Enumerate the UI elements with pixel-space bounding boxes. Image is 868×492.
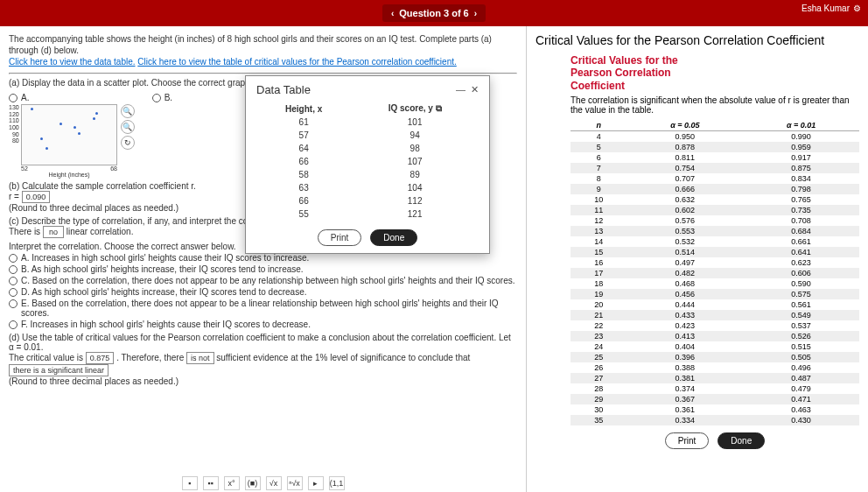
next-question-button[interactable]: › bbox=[474, 9, 477, 18]
tool-sqrt[interactable]: √x bbox=[266, 476, 282, 490]
cell-y: 107 bbox=[351, 155, 479, 168]
option-a-row[interactable]: A. bbox=[9, 93, 135, 102]
table-row: 140.5320.661 bbox=[570, 236, 859, 247]
cell-x: 61 bbox=[256, 116, 351, 129]
magnify-icon[interactable]: 🔍 bbox=[121, 104, 135, 118]
r-value-input[interactable]: 0.090 bbox=[22, 191, 51, 203]
cell-01: 0.505 bbox=[743, 352, 859, 362]
interp-opt-a[interactable]: A. Increases in high school girls' heigh… bbox=[9, 253, 517, 263]
radio-c-c[interactable] bbox=[9, 277, 18, 285]
interp-opt-b[interactable]: B. As high school girls' heights increas… bbox=[9, 264, 517, 274]
question-label: Question 3 of 6 bbox=[399, 8, 468, 18]
cell-x: 64 bbox=[256, 142, 351, 155]
cell-05: 0.497 bbox=[626, 257, 743, 268]
tool-exponent[interactable]: x° bbox=[224, 476, 240, 490]
cell-05: 0.396 bbox=[626, 352, 743, 362]
cell-n: 8 bbox=[570, 173, 626, 184]
cell-x: 55 bbox=[256, 207, 351, 221]
radio-c-d[interactable] bbox=[9, 288, 18, 297]
table-row: 55121 bbox=[256, 207, 479, 221]
reset-icon[interactable]: ↻ bbox=[121, 136, 135, 150]
cell-05: 0.334 bbox=[626, 415, 743, 425]
option-b-row[interactable]: B. bbox=[152, 93, 172, 102]
radio-c-a[interactable] bbox=[9, 254, 18, 263]
tool-nth-root[interactable]: ⁿ√x bbox=[287, 476, 303, 490]
view-critical-values-link[interactable]: Click here to view the table of critical… bbox=[137, 57, 456, 67]
copy-icon[interactable]: ⧉ bbox=[436, 103, 442, 113]
radio-c-f[interactable] bbox=[9, 320, 18, 329]
cell-x: 63 bbox=[256, 181, 351, 194]
prev-question-button[interactable]: ‹ bbox=[391, 9, 394, 18]
there-is-label: There is bbox=[9, 227, 40, 236]
cell-05: 0.878 bbox=[626, 142, 743, 152]
cell-05: 0.423 bbox=[626, 320, 743, 331]
cell-x: 57 bbox=[256, 129, 351, 142]
radio-a[interactable] bbox=[9, 94, 18, 102]
cell-01: 0.990 bbox=[743, 131, 859, 143]
cell-01: 0.959 bbox=[743, 142, 859, 152]
cell-01: 0.471 bbox=[743, 394, 859, 404]
x-axis-label: Height (inches) bbox=[21, 172, 117, 178]
cell-05: 0.602 bbox=[626, 205, 743, 215]
interp-opt-f[interactable]: F. Increases in high school girls' heigh… bbox=[9, 320, 517, 329]
cell-n: 21 bbox=[570, 310, 626, 320]
cell-05: 0.456 bbox=[626, 289, 743, 299]
table-row: 5889 bbox=[256, 168, 479, 181]
interp-opt-c[interactable]: C. Based on the correlation, there does … bbox=[9, 276, 517, 285]
is-not-dropdown[interactable]: is not bbox=[186, 352, 214, 364]
cell-n: 12 bbox=[570, 215, 626, 226]
tool-more[interactable]: ▸ bbox=[308, 476, 324, 490]
table-row: 50.8780.959 bbox=[570, 142, 859, 152]
table-row: 150.5140.641 bbox=[570, 247, 859, 257]
cell-05: 0.553 bbox=[626, 226, 743, 236]
conclusion-dropdown[interactable]: there is a significant linear bbox=[9, 364, 108, 376]
cell-05: 0.361 bbox=[626, 404, 743, 415]
tool-paren[interactable]: (■) bbox=[245, 476, 261, 490]
modal-done-button[interactable]: Done bbox=[370, 229, 417, 246]
cell-01: 0.798 bbox=[743, 184, 859, 194]
right-heading: Critical Values for the Pearson Correlat… bbox=[570, 54, 859, 92]
y-tick: 100 bbox=[9, 124, 19, 131]
top-bar: ‹ Question 3 of 6 › Esha Kumar ⚙ bbox=[0, 0, 868, 26]
view-data-table-link[interactable]: Click here to view the data table. bbox=[9, 57, 136, 67]
minimize-icon[interactable]: — bbox=[456, 84, 466, 95]
interp-opt-d[interactable]: D. As high school girls' heights increas… bbox=[9, 287, 517, 297]
cell-n: 13 bbox=[570, 226, 626, 236]
correlation-type-dropdown[interactable]: no bbox=[43, 226, 64, 238]
th-n: n bbox=[570, 120, 626, 131]
cell-n: 19 bbox=[570, 289, 626, 299]
interp-opt-e[interactable]: E. Based on the correlation, there does … bbox=[9, 299, 517, 318]
critical-value-input[interactable]: 0.875 bbox=[86, 352, 115, 364]
cell-01: 0.623 bbox=[743, 257, 859, 268]
modal-print-button[interactable]: Print bbox=[318, 229, 362, 246]
tool-2[interactable]: ▪▪ bbox=[203, 476, 219, 490]
cell-n: 20 bbox=[570, 299, 626, 310]
zoom-icon[interactable]: 🔍 bbox=[121, 120, 135, 134]
tool-point[interactable]: (1,1 bbox=[329, 476, 345, 490]
table-row: 270.3810.487 bbox=[570, 373, 859, 383]
radio-c-e[interactable] bbox=[9, 299, 18, 308]
settings-icon[interactable]: ⚙ bbox=[853, 4, 861, 13]
table-row: 260.3880.496 bbox=[570, 362, 859, 373]
table-row: 220.4230.537 bbox=[570, 320, 859, 331]
cell-01: 0.735 bbox=[743, 205, 859, 215]
right-print-button[interactable]: Print bbox=[665, 432, 710, 449]
table-row: 61101 bbox=[256, 116, 479, 129]
cell-y: 112 bbox=[351, 194, 479, 207]
close-icon[interactable]: ✕ bbox=[471, 84, 479, 95]
interp-e-text: E. Based on the correlation, there does … bbox=[21, 299, 517, 318]
scatter-plot-a[interactable] bbox=[21, 104, 117, 165]
right-done-button[interactable]: Done bbox=[718, 432, 765, 449]
table-row: 40.9500.990 bbox=[570, 131, 859, 143]
d-text-1: The critical value is bbox=[9, 353, 83, 362]
cell-01: 0.708 bbox=[743, 215, 859, 226]
d-text-3: sufficient evidence at the 1% level of s… bbox=[216, 353, 470, 362]
cell-01: 0.561 bbox=[743, 299, 859, 310]
radio-b[interactable] bbox=[152, 94, 161, 102]
option-a-label: A. bbox=[21, 93, 29, 102]
radio-c-b[interactable] bbox=[9, 265, 18, 274]
table-row: 66112 bbox=[256, 194, 479, 207]
tool-1[interactable]: ▪ bbox=[182, 476, 198, 490]
cell-05: 0.468 bbox=[626, 278, 743, 289]
cell-05: 0.404 bbox=[626, 341, 743, 352]
